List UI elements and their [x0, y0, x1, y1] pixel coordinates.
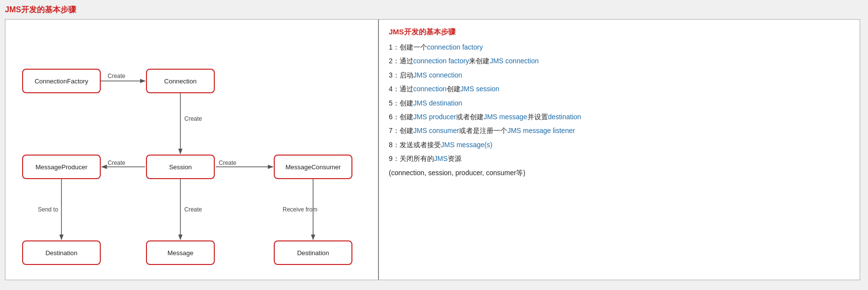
box-messageproducer: MessageProducer — [22, 155, 101, 179]
box-destination2: Destination — [274, 240, 352, 265]
label-create-5: Create — [184, 206, 202, 213]
steps-panel: JMS开发的基本步骤 1：创建一个connection factory 2：通过… — [379, 20, 860, 280]
step-note: (connection, session, producer, consumer… — [389, 167, 850, 178]
label-sendto: Send to — [38, 206, 58, 213]
step-7: 7：创建JMS consumer或者是注册一个JMS message liste… — [389, 125, 850, 136]
box-message: Message — [146, 240, 215, 265]
box-connectionfactory: ConnectionFactory — [22, 69, 101, 93]
label-create-4: Create — [219, 159, 236, 166]
label-create-3: Create — [108, 159, 125, 166]
steps-title: JMS开发的基本步骤 — [389, 27, 850, 37]
step-1: 1：创建一个connection factory — [389, 42, 850, 53]
step-2: 2：通过connection factory来创建JMS connection — [389, 55, 850, 66]
box-connection: Connection — [146, 69, 215, 93]
page-title: JMS开发的基本步骤 — [5, 5, 863, 15]
label-create-1: Create — [108, 73, 125, 79]
main-container: ConnectionFactory Connection Session Mes… — [5, 19, 860, 280]
box-destination1: Destination — [22, 240, 101, 265]
step-6: 6：创建JMS producer或者创建JMS message并设置destin… — [389, 111, 850, 122]
box-messageconsumer: MessageConsumer — [274, 155, 352, 179]
box-session: Session — [146, 155, 215, 179]
step-4: 4：通过connection创建JMS session — [389, 83, 850, 94]
step-5: 5：创建JMS destination — [389, 98, 850, 108]
diagram: ConnectionFactory Connection Session Mes… — [13, 29, 367, 270]
label-create-2: Create — [184, 115, 202, 122]
step-9: 9：关闭所有的JMS资源 — [389, 153, 850, 164]
label-receivefrom: Receive from — [283, 206, 318, 213]
diagram-panel: ConnectionFactory Connection Session Mes… — [5, 20, 379, 280]
step-3: 3：启动JMS connection — [389, 70, 850, 80]
step-8: 8：发送或者接受JMS message(s) — [389, 139, 850, 150]
